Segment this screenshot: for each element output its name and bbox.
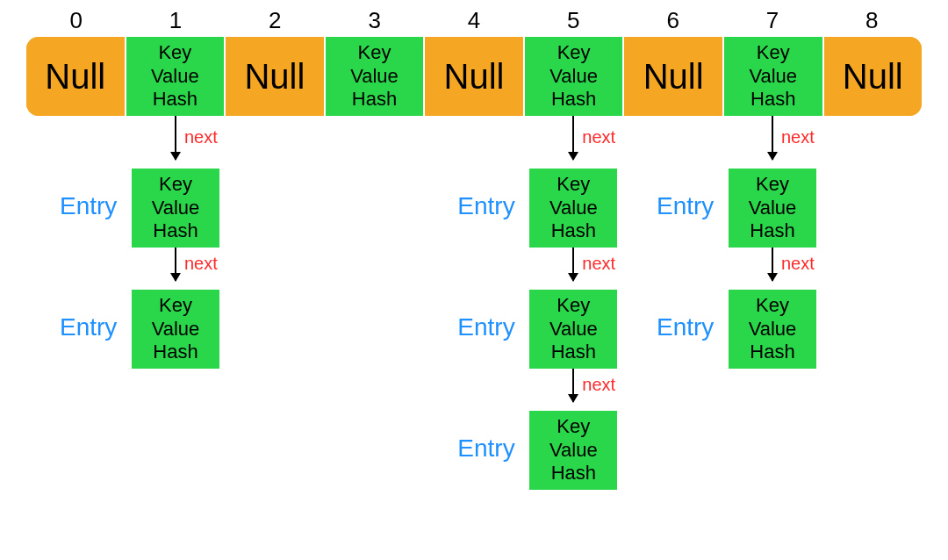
node-line: Key xyxy=(159,294,192,317)
node-line: Key xyxy=(159,173,192,196)
bucket-row: NullKeyValueHashNullKeyValueHashNullKeyV… xyxy=(26,37,922,116)
node-line: Value xyxy=(749,318,797,341)
node-line: Key xyxy=(557,294,590,317)
arrow-down xyxy=(175,116,176,160)
node-line: Key xyxy=(756,173,789,196)
chain-node: KeyValueHash xyxy=(132,169,219,248)
arrow-down xyxy=(572,369,574,402)
node-line: Value xyxy=(549,318,598,341)
next-label: next xyxy=(582,254,615,274)
hash-table-diagram: 012345678NullKeyValueHashNullKeyValueHas… xyxy=(0,0,948,560)
entry-label: Entry xyxy=(457,434,514,463)
chain-node: KeyValueHash xyxy=(529,411,617,490)
node-line: Hash xyxy=(551,462,596,485)
node-line: Key xyxy=(557,415,590,438)
node-line: Value xyxy=(152,318,200,341)
node-line: Hash xyxy=(750,88,795,111)
node-line: Value xyxy=(152,197,200,219)
node-line: Key xyxy=(358,41,391,64)
arrow-down xyxy=(572,248,574,281)
node-line: Value xyxy=(350,65,399,88)
node-line: Key xyxy=(557,41,591,64)
node-line: Hash xyxy=(750,341,794,363)
entry-bucket: KeyValueHash xyxy=(724,37,824,116)
next-label: next xyxy=(781,254,815,274)
node-line: Value xyxy=(549,197,598,219)
chain-node: KeyValueHash xyxy=(729,169,816,248)
next-label: next xyxy=(582,375,615,395)
chain-node: KeyValueHash xyxy=(529,169,617,248)
index-label: 8 xyxy=(854,7,889,34)
null-bucket: Null xyxy=(824,37,923,116)
node-line: Key xyxy=(757,41,790,64)
node-line: Hash xyxy=(153,219,198,242)
entry-label: Entry xyxy=(60,192,117,220)
node-line: Value xyxy=(549,439,598,462)
next-label: next xyxy=(184,254,218,274)
node-line: Value xyxy=(549,65,598,88)
chain-node: KeyValueHash xyxy=(132,290,219,369)
node-line: Hash xyxy=(551,219,596,242)
entry-label: Entry xyxy=(60,313,117,341)
node-line: Hash xyxy=(551,341,596,363)
null-bucket: Null xyxy=(425,37,525,116)
entry-bucket: KeyValueHash xyxy=(525,37,625,116)
entry-bucket: KeyValueHash xyxy=(326,37,426,116)
next-label: next xyxy=(582,127,615,147)
entry-label: Entry xyxy=(457,313,514,341)
node-line: Hash xyxy=(153,341,198,363)
node-line: Hash xyxy=(551,88,596,111)
null-bucket: Null xyxy=(624,37,724,116)
node-line: Value xyxy=(749,197,797,219)
entry-label: Entry xyxy=(657,192,714,220)
entry-label: Entry xyxy=(657,313,714,341)
index-label: 2 xyxy=(257,7,292,34)
index-label: 7 xyxy=(755,7,790,34)
node-line: Key xyxy=(158,41,191,64)
next-label: next xyxy=(184,127,218,147)
null-bucket: Null xyxy=(226,37,326,116)
arrow-down xyxy=(772,248,773,281)
node-line: Hash xyxy=(352,88,397,111)
node-line: Key xyxy=(756,294,789,317)
node-line: Value xyxy=(151,65,199,88)
index-label: 1 xyxy=(158,7,193,34)
index-label: 4 xyxy=(456,7,492,34)
chain-node: KeyValueHash xyxy=(729,290,816,369)
node-line: Hash xyxy=(750,219,794,242)
index-label: 6 xyxy=(656,7,691,34)
arrow-down xyxy=(175,248,176,281)
index-label: 5 xyxy=(556,7,591,34)
node-line: Hash xyxy=(153,88,198,111)
index-label: 3 xyxy=(357,7,392,34)
next-label: next xyxy=(781,127,815,147)
arrow-down xyxy=(772,116,773,160)
arrow-down xyxy=(572,116,574,160)
null-bucket: Null xyxy=(26,37,126,116)
entry-bucket: KeyValueHash xyxy=(126,37,226,116)
entry-label: Entry xyxy=(457,192,514,220)
index-label: 0 xyxy=(59,7,94,34)
chain-node: KeyValueHash xyxy=(529,290,617,369)
node-line: Key xyxy=(557,173,590,196)
node-line: Value xyxy=(749,65,797,88)
